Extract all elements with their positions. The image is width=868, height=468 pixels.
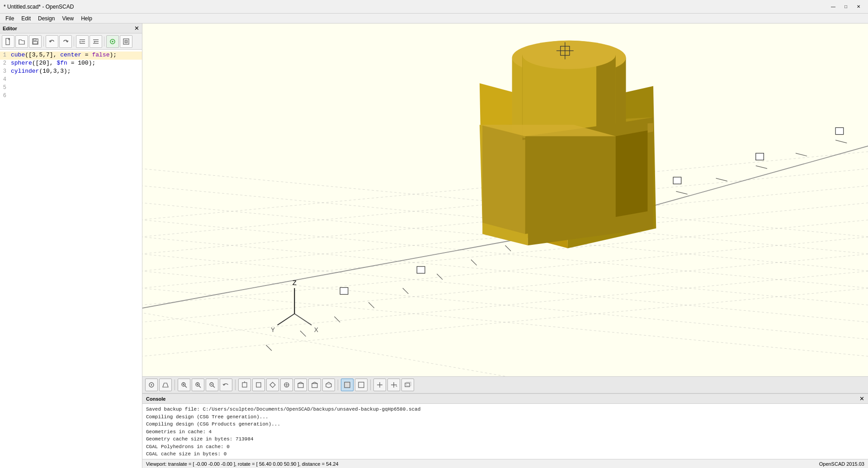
menu-item-file[interactable]: File — [2, 14, 18, 23]
toolbar-sep-2 — [74, 37, 74, 47]
minimize-button[interactable]: — — [827, 2, 839, 11]
unindent-button[interactable] — [90, 35, 102, 48]
console-message: Saved backup file: C:/Users/sculpteo/Doc… — [146, 406, 864, 413]
zoom-in-button[interactable] — [192, 379, 204, 391]
line-number-4: 4 — [0, 76, 9, 83]
vp-sep-3 — [338, 379, 338, 390]
open-file-button[interactable] — [15, 35, 28, 48]
viewport-scene: Z Y X — [142, 23, 868, 376]
new-file-button[interactable] — [2, 35, 14, 48]
app-title: * Untitled.scad* - OpenSCAD — [4, 4, 74, 10]
code-line-6: 6 — [0, 92, 142, 100]
view-all-button[interactable] — [145, 379, 158, 391]
svg-rect-101 — [312, 384, 317, 388]
code-line-4: 4 — [0, 76, 142, 84]
toolbar-sep-3 — [104, 37, 104, 47]
undo-button[interactable] — [46, 35, 58, 48]
toolbar-sep-1 — [43, 37, 44, 47]
close-button[interactable]: ✕ — [853, 2, 864, 11]
menubar: FileEditDesignViewHelp — [0, 14, 868, 23]
console-title: Console — [146, 396, 165, 402]
menu-item-design[interactable]: Design — [34, 14, 58, 23]
viewport-toolbar: 10 — [142, 376, 868, 393]
svg-rect-3 — [33, 42, 38, 44]
view-diagonal-button[interactable] — [322, 379, 335, 391]
save-file-button[interactable] — [29, 35, 42, 48]
view-back-button[interactable] — [308, 379, 321, 391]
console-panel: Console ✕ Saved backup file: C:/Users/sc… — [142, 393, 868, 459]
vp-sep-4 — [370, 379, 371, 390]
view-right-button[interactable] — [280, 379, 293, 391]
svg-rect-54 — [756, 153, 764, 160]
indent-button[interactable] — [76, 35, 89, 48]
redo-button[interactable] — [59, 35, 72, 48]
svg-rect-100 — [298, 384, 303, 388]
wireframe-mode-button[interactable] — [355, 379, 368, 391]
line-content-6 — [9, 92, 142, 99]
view-bottom-button[interactable] — [252, 379, 265, 391]
console-close-button[interactable]: ✕ — [859, 395, 864, 402]
console-message: Compiling design (CSG Tree generation)..… — [146, 413, 864, 421]
rotate-reset-button[interactable] — [220, 379, 232, 391]
menu-item-edit[interactable]: Edit — [18, 14, 34, 23]
window-controls: — □ ✕ — [827, 2, 864, 11]
axes-button[interactable] — [373, 379, 386, 391]
line-content-4 — [9, 76, 142, 83]
console-content: Saved backup file: C:/Users/sculpteo/Doc… — [142, 404, 868, 459]
line-content-3: cylinder(10,3,3); — [9, 68, 142, 75]
viewport-info: Viewport: translate = [ -0.00 -0.00 -0.0… — [146, 461, 339, 467]
svg-text:X: X — [314, 326, 318, 333]
svg-marker-72 — [482, 125, 525, 234]
zoom-out-button[interactable] — [206, 379, 218, 391]
editor-title: Editor — [3, 26, 17, 31]
vp-sep-1 — [175, 379, 175, 390]
svg-line-87 — [199, 386, 201, 388]
viewport-3d[interactable]: Z Y X — [142, 23, 868, 376]
titlebar: * Untitled.scad* - OpenSCAD — □ ✕ — [0, 0, 868, 14]
console-message: Geometry cache size in bytes: 713984 — [146, 435, 864, 443]
menu-item-help[interactable]: Help — [77, 14, 96, 23]
line-content-1: cube([3,5,7], center = false); — [9, 51, 142, 58]
crosshairs-button[interactable]: 10 — [387, 379, 400, 391]
line-number-5: 5 — [0, 84, 9, 91]
svg-marker-96 — [270, 382, 275, 388]
code-editor[interactable]: 1 cube([3,5,7], center = false); 2 spher… — [0, 50, 142, 468]
maximize-button[interactable]: □ — [840, 2, 852, 11]
surface-mode-button[interactable] — [341, 379, 354, 391]
console-message: CGAL cache size in bytes: 0 — [146, 450, 864, 458]
svg-line-83 — [185, 386, 187, 388]
view-top-button[interactable] — [238, 379, 251, 391]
svg-rect-0 — [6, 38, 9, 45]
menu-item-view[interactable]: View — [58, 14, 77, 23]
view-left-button[interactable] — [266, 379, 279, 391]
svg-rect-56 — [417, 267, 425, 273]
code-line-3: 3 cylinder(10,3,3); — [0, 68, 142, 76]
statusbar: Viewport: translate = [ -0.00 -0.00 -0.0… — [142, 459, 868, 468]
svg-rect-103 — [344, 382, 350, 388]
editor-panel: Editor ✕ — [0, 23, 142, 468]
svg-text:Y: Y — [271, 326, 275, 333]
svg-rect-110 — [405, 383, 410, 387]
render-button[interactable] — [120, 35, 132, 48]
svg-text:10: 10 — [396, 384, 397, 387]
line-number-3: 3 — [0, 68, 9, 75]
view-front-button[interactable] — [294, 379, 307, 391]
ortho-button[interactable] — [401, 379, 414, 391]
main-layout: Editor ✕ — [0, 23, 868, 468]
perspective-button[interactable] — [159, 379, 172, 391]
svg-rect-55 — [673, 177, 681, 184]
zoom-fit-button[interactable] — [178, 379, 190, 391]
line-content-2: sphere([20], $fn = 100); — [9, 60, 142, 66]
svg-rect-111 — [406, 382, 411, 386]
svg-marker-81 — [163, 383, 168, 387]
line-number-6: 6 — [0, 92, 9, 99]
editor-close-button[interactable]: ✕ — [134, 25, 139, 32]
console-message: CGAL Polyhedrons in cache: 0 — [146, 443, 864, 451]
svg-text:Z: Z — [292, 279, 297, 286]
preview-button[interactable] — [106, 35, 119, 48]
svg-line-91 — [213, 386, 215, 388]
code-line-2: 2 sphere([20], $fn = 100); — [0, 60, 142, 68]
vp-sep-2 — [235, 379, 236, 390]
svg-rect-57 — [340, 287, 348, 294]
grid-background: Z Y X — [142, 23, 868, 376]
